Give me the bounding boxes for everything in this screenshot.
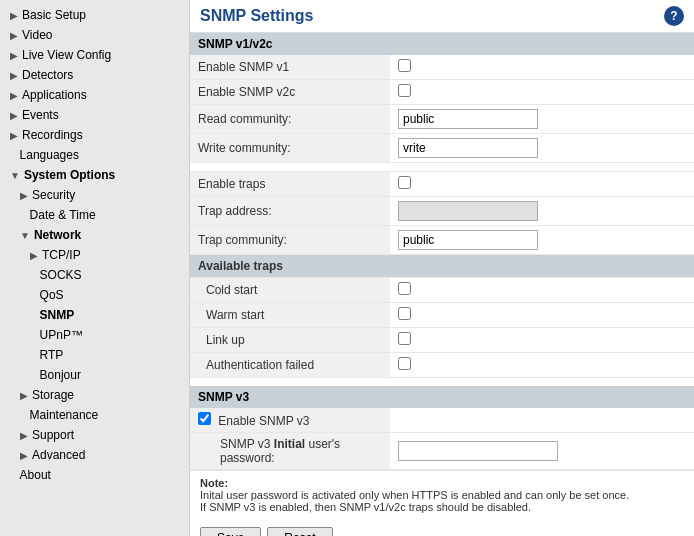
arrow-icon: ▶ <box>10 50 18 61</box>
sidebar: ▶ Basic Setup ▶ Video ▶ Live View Config… <box>0 0 190 536</box>
write-community-input[interactable] <box>398 138 538 158</box>
trap-address-input[interactable] <box>398 201 538 221</box>
table-row: Enable SNMP v2c <box>190 80 694 105</box>
button-bar: Save Reset <box>190 519 694 536</box>
arrow-icon: ▶ <box>30 250 38 261</box>
snmp-v3-table: Enable SNMP v3 SNMP v3 Initial user's pa… <box>190 408 694 470</box>
table-row: SNMP v3 Initial user's password: <box>190 433 694 470</box>
sidebar-label: Security <box>32 188 75 202</box>
field-label: Warm start <box>190 303 390 328</box>
sidebar-item-about[interactable]: About <box>0 465 189 485</box>
enable-snmp-v3-checkbox[interactable] <box>198 412 211 425</box>
sidebar-item-system-options[interactable]: ▼ System Options <box>0 165 189 185</box>
snmp-v3-note: Note: Inital user password is activated … <box>190 470 694 519</box>
arrow-icon: ▶ <box>20 430 28 441</box>
field-label: Enable SNMP v1 <box>190 55 390 80</box>
sidebar-label: SOCKS <box>40 268 82 282</box>
reset-button[interactable]: Reset <box>267 527 332 536</box>
snmp-v3-password-input[interactable] <box>398 441 558 461</box>
sidebar-item-upnp[interactable]: UPnP™ <box>0 325 189 345</box>
enable-snmp-v2c-checkbox[interactable] <box>398 84 411 97</box>
table-row: Enable traps <box>190 172 694 197</box>
available-traps-header: Available traps <box>190 255 694 278</box>
field-value <box>390 172 694 197</box>
field-value <box>390 433 694 470</box>
auth-failed-checkbox[interactable] <box>398 357 411 370</box>
field-value <box>390 226 694 255</box>
sidebar-label: Live View Config <box>22 48 111 62</box>
field-label: Cold start <box>190 278 390 303</box>
sidebar-label: Support <box>32 428 74 442</box>
arrow-icon: ▶ <box>10 90 18 101</box>
sidebar-item-video[interactable]: ▶ Video <box>0 25 189 45</box>
sidebar-item-advanced[interactable]: ▶ Advanced <box>0 445 189 465</box>
table-row: Write community: <box>190 134 694 163</box>
sidebar-label: TCP/IP <box>42 248 81 262</box>
field-value <box>390 278 694 303</box>
sidebar-label: Maintenance <box>30 408 99 422</box>
arrow-icon <box>20 210 26 221</box>
link-up-checkbox[interactable] <box>398 332 411 345</box>
arrow-icon: ▶ <box>10 110 18 121</box>
trap-community-input[interactable] <box>398 230 538 250</box>
table-row: Authentication failed <box>190 353 694 378</box>
field-value <box>390 303 694 328</box>
sidebar-item-languages[interactable]: Languages <box>0 145 189 165</box>
field-label: Enable SNMP v3 <box>190 408 390 433</box>
arrow-icon <box>10 470 16 481</box>
arrow-icon <box>10 150 16 161</box>
sidebar-label: Advanced <box>32 448 85 462</box>
field-label: Read community: <box>190 105 390 134</box>
warm-start-checkbox[interactable] <box>398 307 411 320</box>
arrow-icon: ▼ <box>10 170 20 181</box>
note-line2: If SNMP v3 is enabled, then SNMP v1/v2c … <box>200 501 531 513</box>
field-value <box>390 328 694 353</box>
enable-snmp-v1-checkbox[interactable] <box>398 59 411 72</box>
main-content: SNMP Settings ? SNMP v1/v2c Enable SNMP … <box>190 0 694 536</box>
sidebar-label: SNMP <box>40 308 75 322</box>
enable-traps-checkbox[interactable] <box>398 176 411 189</box>
sidebar-item-network[interactable]: ▼ Network <box>0 225 189 245</box>
read-community-input[interactable] <box>398 109 538 129</box>
save-button[interactable]: Save <box>200 527 261 536</box>
sidebar-item-maintenance[interactable]: Maintenance <box>0 405 189 425</box>
field-label: Link up <box>190 328 390 353</box>
sidebar-item-recordings[interactable]: ▶ Recordings <box>0 125 189 145</box>
sidebar-item-tcp-ip[interactable]: ▶ TCP/IP <box>0 245 189 265</box>
sidebar-item-detectors[interactable]: ▶ Detectors <box>0 65 189 85</box>
sidebar-item-bonjour[interactable]: Bonjour <box>0 365 189 385</box>
sidebar-item-date-time[interactable]: Date & Time <box>0 205 189 225</box>
arrow-icon <box>30 290 36 301</box>
field-label: SNMP v3 Initial user's password: <box>190 433 390 470</box>
sidebar-item-events[interactable]: ▶ Events <box>0 105 189 125</box>
sidebar-label: Basic Setup <box>22 8 86 22</box>
sidebar-label: Network <box>34 228 81 242</box>
sidebar-item-security[interactable]: ▶ Security <box>0 185 189 205</box>
sidebar-item-snmp[interactable]: SNMP <box>0 305 189 325</box>
initial-bold: Initial <box>274 437 305 451</box>
sidebar-item-rtp[interactable]: RTP <box>0 345 189 365</box>
sidebar-label: Recordings <box>22 128 83 142</box>
field-label: Write community: <box>190 134 390 163</box>
table-row: Cold start <box>190 278 694 303</box>
table-row: Warm start <box>190 303 694 328</box>
sidebar-item-basic-setup[interactable]: ▶ Basic Setup <box>0 5 189 25</box>
arrow-icon <box>30 370 36 381</box>
table-row: Trap community: <box>190 226 694 255</box>
arrow-icon <box>30 350 36 361</box>
help-icon[interactable]: ? <box>664 6 684 26</box>
field-value <box>390 105 694 134</box>
sidebar-item-storage[interactable]: ▶ Storage <box>0 385 189 405</box>
sidebar-label: System Options <box>24 168 115 182</box>
sidebar-item-live-view-config[interactable]: ▶ Live View Config <box>0 45 189 65</box>
sidebar-label: Applications <box>22 88 87 102</box>
sidebar-item-socks[interactable]: SOCKS <box>0 265 189 285</box>
cold-start-checkbox[interactable] <box>398 282 411 295</box>
table-row: Link up <box>190 328 694 353</box>
sidebar-item-applications[interactable]: ▶ Applications <box>0 85 189 105</box>
sidebar-item-qos[interactable]: QoS <box>0 285 189 305</box>
sidebar-label: Languages <box>20 148 79 162</box>
spacer-row <box>190 163 694 172</box>
sidebar-item-support[interactable]: ▶ Support <box>0 425 189 445</box>
field-label: Authentication failed <box>190 353 390 378</box>
